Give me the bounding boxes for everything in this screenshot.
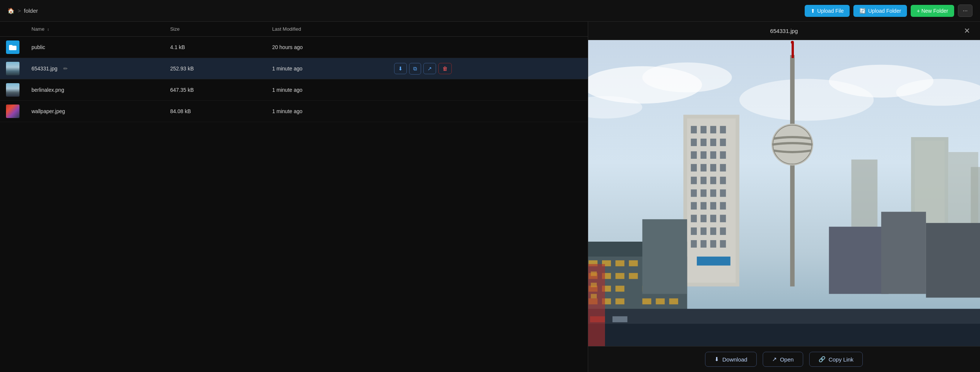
folder-icon: [6, 40, 19, 54]
row-actions: ⬇ ⧉ ↗ 🗑: [394, 63, 582, 75]
th-name[interactable]: Name ↕: [25, 22, 164, 37]
row-download-button[interactable]: ⬇: [394, 63, 407, 74]
th-size[interactable]: Size: [164, 22, 266, 37]
upload-file-button[interactable]: ⬆ Upload File: [805, 5, 850, 17]
svg-point-59: [791, 41, 794, 44]
folder-label: folder: [24, 8, 38, 14]
svg-rect-114: [591, 283, 597, 287]
svg-rect-54: [697, 257, 730, 265]
file-table: Name ↕ Size Last Modified: [0, 22, 588, 122]
svg-rect-101: [829, 227, 888, 294]
row-copy-button[interactable]: ⧉: [409, 63, 421, 75]
file-size: 252.93 kB: [170, 65, 194, 72]
new-folder-button[interactable]: + New Folder: [911, 5, 954, 17]
svg-rect-50: [691, 240, 697, 248]
svg-rect-83: [642, 298, 651, 304]
row-icon-cell: [0, 79, 25, 101]
svg-rect-41: [720, 202, 725, 210]
upload-folder-icon: 🔄: [859, 8, 866, 14]
preview-copy-link-button[interactable]: 🔗 Copy Link: [809, 352, 863, 367]
svg-rect-82: [615, 298, 624, 304]
svg-rect-103: [926, 223, 980, 297]
svg-rect-23: [700, 151, 706, 159]
download-icon: ⬇: [398, 65, 403, 72]
delete-icon: 🗑: [442, 65, 448, 72]
preview-copy-link-icon: 🔗: [819, 356, 826, 362]
table-row[interactable]: public 4.1 kB 20 hours ago: [0, 37, 588, 58]
upload-folder-label: Upload Folder: [868, 8, 901, 14]
modified-column-label: Last Modified: [272, 26, 301, 32]
svg-rect-21: [720, 138, 725, 146]
row-modified-cell: 1 minute ago: [266, 101, 388, 122]
svg-rect-53: [720, 240, 725, 248]
row-name-cell: 654331.jpg ✏: [25, 58, 164, 79]
row-modified-cell: 1 minute ago: [266, 58, 388, 79]
file-thumbnail: [6, 105, 19, 118]
upload-file-label: Upload File: [818, 8, 844, 14]
file-name: 654331.jpg: [32, 65, 57, 72]
open-icon: ↗: [428, 65, 432, 72]
svg-rect-20: [710, 138, 716, 146]
preview-image-container: [588, 40, 980, 346]
preview-title: 654331.jpg: [770, 28, 798, 34]
preview-open-button[interactable]: ↗ Open: [763, 352, 803, 367]
preview-open-label: Open: [780, 356, 794, 362]
header-actions: ⬆ Upload File 🔄 Upload Folder + New Fold…: [805, 5, 972, 17]
svg-rect-22: [691, 151, 697, 159]
svg-rect-105: [588, 324, 980, 346]
file-size: 647.35 kB: [170, 87, 194, 93]
svg-rect-75: [615, 286, 624, 292]
row-size-cell: 252.93 kB: [164, 58, 266, 79]
new-folder-label: + New Folder: [917, 8, 948, 14]
th-modified[interactable]: Last Modified: [266, 22, 388, 37]
name-column-label: Name: [32, 26, 45, 32]
row-size-cell: 4.1 kB: [164, 37, 266, 58]
row-delete-button[interactable]: 🗑: [438, 63, 452, 74]
table-row[interactable]: berlinalex.png 647.35 kB 1 minute ago: [0, 79, 588, 101]
svg-rect-38: [691, 202, 697, 210]
svg-rect-55: [790, 55, 795, 286]
svg-rect-30: [691, 177, 697, 184]
row-icon-cell: [0, 37, 25, 58]
upload-file-icon: ⬆: [811, 8, 815, 14]
svg-rect-33: [720, 177, 725, 184]
preview-close-button[interactable]: ✕: [962, 25, 972, 36]
row-actions-cell: ⬇ ⧉ ↗ 🗑: [388, 58, 588, 79]
file-modified: 1 minute ago: [272, 108, 302, 114]
preview-download-button[interactable]: ⬇ Download: [705, 352, 757, 367]
svg-rect-46: [691, 227, 697, 235]
th-actions: [388, 22, 588, 37]
svg-rect-16: [710, 126, 716, 134]
svg-rect-66: [628, 261, 638, 266]
svg-rect-17: [720, 126, 725, 134]
size-column-label: Size: [170, 26, 180, 32]
row-name-cell: berlinalex.png: [25, 79, 164, 101]
svg-rect-52: [710, 240, 716, 248]
table-row[interactable]: 654331.jpg ✏ 252.93 kB 1 minute ago ⬇: [0, 58, 588, 79]
svg-rect-31: [700, 177, 706, 184]
svg-rect-43: [700, 215, 706, 222]
svg-rect-32: [710, 177, 716, 184]
svg-rect-14: [691, 126, 697, 134]
svg-rect-26: [691, 164, 697, 172]
table-row[interactable]: wallpaper.jpeg 84.08 kB 1 minute ago: [0, 101, 588, 122]
preview-download-icon: ⬇: [714, 356, 719, 362]
row-open-button[interactable]: ↗: [423, 63, 436, 74]
home-icon[interactable]: 🏠: [8, 8, 14, 14]
breadcrumb: 🏠 > folder: [8, 8, 38, 14]
row-icon-cell: [0, 101, 25, 122]
svg-rect-102: [881, 211, 926, 294]
row-actions-cell: [388, 79, 588, 101]
preview-footer: ⬇ Download ↗ Open 🔗 Copy Link: [588, 346, 980, 372]
svg-rect-71: [628, 273, 638, 279]
file-name: public: [32, 44, 45, 50]
svg-rect-29: [720, 164, 725, 172]
svg-rect-117: [591, 294, 597, 299]
edit-icon[interactable]: ✏: [63, 65, 68, 72]
upload-folder-button[interactable]: 🔄 Upload Folder: [853, 5, 907, 17]
more-button[interactable]: ⋯: [958, 5, 972, 17]
preview-header: 654331.jpg ✕: [588, 22, 980, 40]
svg-rect-25: [720, 151, 725, 159]
svg-rect-24: [710, 151, 716, 159]
file-modified: 1 minute ago: [272, 65, 302, 72]
